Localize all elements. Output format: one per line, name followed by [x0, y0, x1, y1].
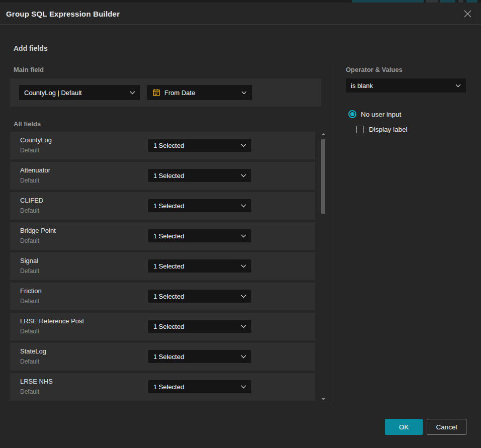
main-field-source-select[interactable]: CountyLog | Default [19, 85, 140, 100]
field-sublabel: Default [20, 358, 39, 365]
field-row: LRSE NHS Default 1 Selected [10, 373, 315, 401]
scrollbar-up-icon[interactable] [320, 132, 327, 137]
field-sublabel: Default [20, 298, 39, 305]
field-selection-select[interactable]: 1 Selected [148, 139, 251, 152]
cancel-button[interactable]: Cancel [427, 419, 466, 435]
field-selection-value: 1 Selected [153, 172, 237, 180]
field-selection-select[interactable]: 1 Selected [148, 290, 251, 303]
field-name: Signal [20, 257, 38, 264]
field-sublabel: Default [20, 207, 39, 214]
field-sublabel: Default [20, 388, 39, 395]
scrollbar-thumb[interactable] [321, 139, 325, 214]
chevron-down-icon [130, 91, 135, 95]
chevron-down-icon [241, 204, 246, 208]
field-row: Friction Default 1 Selected [10, 283, 315, 310]
display-label-checkbox[interactable]: Display label [356, 126, 408, 133]
field-selection-value: 1 Selected [153, 232, 237, 240]
field-selection-value: 1 Selected [153, 202, 237, 210]
chevron-down-icon [241, 91, 247, 95]
field-name: Friction [20, 287, 42, 295]
scrollbar [320, 132, 327, 402]
chevron-down-icon [241, 325, 246, 328]
field-sublabel: Default [20, 328, 39, 335]
field-name: CountyLog [20, 136, 52, 144]
main-field-label: Main field [14, 66, 44, 73]
field-name: Bridge Point [20, 227, 56, 234]
field-selection-select[interactable]: 1 Selected [148, 229, 251, 242]
field-row: LRSE Reference Post Default 1 Selected [10, 313, 315, 340]
field-selection-value: 1 Selected [153, 262, 237, 270]
field-selection-select[interactable]: 1 Selected [148, 320, 251, 333]
field-selection-select[interactable]: 1 Selected [148, 259, 251, 273]
checkbox-label: Display label [369, 126, 408, 133]
chevron-down-icon [241, 355, 246, 359]
field-sublabel: Default [20, 237, 39, 244]
field-name: Attenuator [20, 166, 50, 174]
chevron-down-icon [241, 174, 246, 177]
field-sublabel: Default [20, 177, 39, 184]
chevron-down-icon [241, 144, 246, 147]
ok-button[interactable]: OK [385, 419, 423, 435]
chevron-down-icon [241, 234, 246, 238]
checkbox-unchecked-icon [356, 126, 364, 133]
no-user-input-radio[interactable]: No user input [348, 110, 401, 118]
all-fields-list: CountyLog Default 1 Selected Attenuator … [10, 132, 315, 403]
close-icon[interactable] [462, 8, 473, 19]
field-row: CLIFED Default 1 Selected [10, 192, 315, 220]
field-name: CLIFED [20, 197, 43, 204]
chevron-down-icon [241, 295, 246, 298]
dialog-titlebar: Group SQL Expression Builder [0, 3, 481, 25]
field-row: Signal Default 1 Selected [10, 252, 315, 280]
field-sublabel: Default [20, 147, 39, 154]
operator-select[interactable]: is blank [346, 78, 466, 93]
operator-values-label: Operator & Values [346, 66, 403, 73]
field-sublabel: Default [20, 267, 39, 275]
chevron-down-icon [241, 264, 246, 268]
field-name: StateLog [20, 347, 46, 355]
operator-value: is blank [351, 82, 451, 89]
chevron-down-icon [455, 84, 461, 87]
field-name: LRSE NHS [20, 378, 53, 385]
field-selection-value: 1 Selected [153, 293, 237, 300]
field-selection-value: 1 Selected [153, 142, 237, 149]
field-selection-value: 1 Selected [153, 353, 237, 361]
field-row: StateLog Default 1 Selected [10, 343, 315, 371]
vertical-divider [333, 60, 333, 403]
radio-selected-icon [348, 110, 356, 118]
field-selection-select[interactable]: 1 Selected [148, 380, 251, 393]
sql-expression-builder-dialog: Group SQL Expression Builder Add fields … [0, 3, 481, 448]
field-selection-value: 1 Selected [153, 323, 237, 330]
field-name: LRSE Reference Post [20, 317, 84, 325]
field-row: Attenuator Default 1 Selected [10, 162, 315, 190]
main-field-field-value: From Date [164, 89, 237, 97]
field-selection-select[interactable]: 1 Selected [148, 169, 251, 182]
field-selection-select[interactable]: 1 Selected [148, 199, 251, 212]
all-fields-label: All fields [14, 120, 41, 128]
add-fields-heading: Add fields [14, 44, 48, 52]
scrollbar-down-icon[interactable] [320, 397, 327, 402]
field-selection-select[interactable]: 1 Selected [148, 350, 251, 363]
field-selection-value: 1 Selected [153, 383, 237, 391]
main-field-source-value: CountyLog | Default [24, 89, 126, 97]
field-row: CountyLog Default 1 Selected [10, 132, 315, 159]
main-field-panel: CountyLog | Default From Date [10, 78, 321, 107]
dialog-title: Group SQL Expression Builder [6, 10, 120, 18]
chevron-down-icon [241, 385, 246, 389]
field-row: Bridge Point Default 1 Selected [10, 222, 315, 250]
radio-label: No user input [361, 111, 401, 118]
main-field-field-select[interactable]: From Date [147, 85, 252, 100]
calendar-icon [152, 88, 160, 97]
